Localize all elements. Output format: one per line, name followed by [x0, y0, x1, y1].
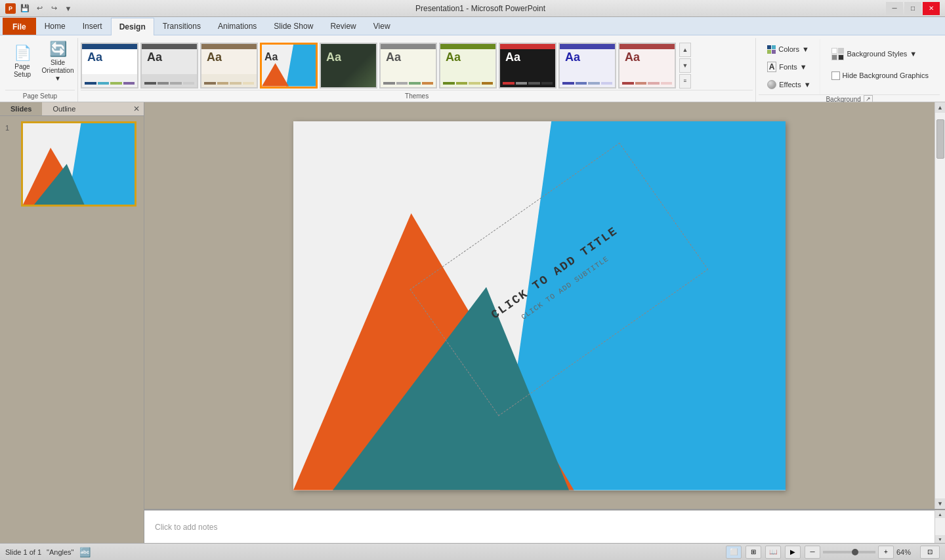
title-bar-left: P 💾 ↩ ↪ ▼ — [5, 2, 75, 15]
canvas-scroll[interactable]: CLICK TO ADD TITLE CLICK TO ADD SUBTITLE — [144, 102, 934, 509]
tab-design[interactable]: Design — [111, 18, 154, 35]
tab-insert[interactable]: Insert — [74, 18, 111, 35]
theme-item-10[interactable]: Aa — [618, 43, 676, 89]
hide-bg-checkbox[interactable] — [831, 71, 840, 80]
title-text[interactable]: CLICK TO ADD TITLE — [489, 224, 620, 322]
reading-view-button[interactable]: 📖 — [765, 546, 781, 559]
slide-panel: Slides Outline ✕ 1 — [0, 102, 144, 543]
panel-close-button[interactable]: ✕ — [129, 102, 144, 115]
ribbon-tabs: File Home Insert Design Transitions Anim… — [0, 17, 945, 35]
notes-area[interactable]: Click to add notes — [144, 510, 934, 543]
notes-scroll-down[interactable]: ▼ — [935, 535, 945, 543]
themes-scroll-up[interactable]: ▲ — [679, 43, 691, 57]
theme-item-9[interactable]: Aa — [558, 43, 616, 89]
theme-item-6[interactable]: Aa — [379, 43, 437, 89]
slide-sorter-button[interactable]: ⊞ — [746, 546, 761, 559]
close-button[interactable]: ✕ — [923, 2, 940, 15]
bg-styles-icon — [831, 48, 845, 60]
right-scrollbar: ▲ ▼ — [934, 102, 945, 509]
themes-more[interactable]: ≡ — [679, 74, 691, 89]
hide-background-graphics-button[interactable]: Hide Background Graphics — [826, 67, 934, 84]
themes-scroll-down[interactable]: ▼ — [679, 58, 691, 73]
tab-file[interactable]: File — [3, 18, 36, 35]
tab-view[interactable]: View — [365, 18, 399, 35]
customize-qa-button[interactable]: ▼ — [62, 2, 75, 15]
fonts-icon: A — [767, 62, 776, 72]
themes-scroll-buttons: ▲ ▼ ≡ — [678, 42, 692, 89]
quick-access-toolbar: 💾 ↩ ↪ ▼ — [18, 2, 75, 15]
slide-orientation-icon: 🔄 — [49, 41, 67, 58]
slide-orientation-label: SlideOrientation ▼ — [42, 59, 74, 83]
normal-view-button[interactable]: ⬜ — [726, 546, 742, 559]
ribbon-content: 📄 PageSetup 🔄 SlideOrientation ▼ Page Se… — [0, 35, 945, 102]
redo-button[interactable]: ↪ — [47, 2, 60, 15]
scroll-down-button[interactable]: ▼ — [935, 498, 945, 509]
minimize-button[interactable]: ─ — [886, 2, 903, 15]
zoom-slider-thumb[interactable] — [852, 549, 858, 555]
slide-canvas[interactable]: CLICK TO ADD TITLE CLICK TO ADD SUBTITLE — [293, 121, 786, 490]
slide-number-1: 1 — [5, 121, 16, 132]
page-setup-button[interactable]: 📄 PageSetup — [5, 41, 39, 83]
bg-styles-label: Background Styles — [847, 50, 908, 58]
background-styles-button[interactable]: Background Styles ▼ — [826, 42, 934, 66]
fit-to-window-button[interactable]: ⊡ — [920, 546, 940, 559]
zoom-level[interactable]: 64% — [896, 548, 916, 556]
zoom-in-button[interactable]: + — [878, 546, 894, 559]
status-bar: Slide 1 of 1 "Angles" 🔤 ⬜ ⊞ 📖 ▶ ─ + 64% … — [0, 543, 945, 560]
notes-scroll-up[interactable]: ▲ — [935, 510, 945, 518]
scroll-thumb[interactable] — [936, 119, 944, 159]
zoom-out-button[interactable]: ─ — [805, 546, 820, 559]
maximize-button[interactable]: □ — [904, 2, 921, 15]
theme-item-7[interactable]: Aa — [439, 43, 497, 89]
colors-label: Colors — [778, 45, 799, 53]
effects-button[interactable]: Effects ▼ — [761, 76, 816, 93]
save-button[interactable]: 💾 — [18, 2, 32, 15]
page-setup-group-label: Page Setup — [5, 90, 75, 102]
scroll-up-button[interactable]: ▲ — [935, 102, 945, 113]
canvas-area: CLICK TO ADD TITLE CLICK TO ADD SUBTITLE — [144, 102, 934, 509]
bg-styles-dropdown-icon: ▼ — [910, 50, 917, 58]
zoom-slider[interactable] — [823, 551, 875, 553]
theme-item-3[interactable]: Aa — [200, 43, 258, 89]
theme-item-office[interactable]: Aa — [81, 43, 138, 89]
tab-slides[interactable]: Slides — [0, 102, 42, 115]
window-controls: ─ □ ✕ — [886, 2, 940, 15]
theme-item-5[interactable]: Aa — [320, 43, 377, 89]
undo-button[interactable]: ↩ — [33, 2, 46, 15]
scroll-track[interactable] — [935, 113, 945, 498]
tab-transitions[interactable]: Transitions — [154, 18, 209, 35]
notes-container: Click to add notes ▲ ▼ — [144, 509, 945, 543]
theme-name-status: "Angles" — [47, 548, 74, 556]
status-left: Slide 1 of 1 "Angles" 🔤 — [5, 547, 721, 557]
status-right: ⬜ ⊞ 📖 ▶ ─ + 64% ⊡ — [726, 546, 940, 559]
slide-info: Slide 1 of 1 — [5, 548, 41, 556]
notes-scrollbar: ▲ ▼ — [934, 510, 945, 543]
tab-outline[interactable]: Outline — [42, 102, 86, 115]
fonts-label: Fonts — [779, 63, 797, 71]
hide-bg-label: Hide Background Graphics — [843, 71, 929, 79]
colors-dropdown-icon: ▼ — [802, 45, 809, 53]
effects-label: Effects — [779, 81, 801, 89]
colors-button[interactable]: Colors ▼ — [761, 41, 816, 58]
theme-item-angles[interactable]: Aa — [260, 43, 318, 89]
colors-swatch — [767, 45, 776, 54]
notes-placeholder: Click to add notes — [155, 523, 217, 532]
slide-thumbnail-1[interactable] — [21, 121, 136, 207]
theme-item-2[interactable]: Aa — [140, 43, 198, 89]
fonts-dropdown-icon: ▼ — [800, 63, 807, 71]
title-bar: P 💾 ↩ ↪ ▼ Presentation1 - Microsoft Powe… — [0, 0, 945, 17]
page-setup-label: PageSetup — [14, 63, 31, 79]
slide-orientation-button[interactable]: 🔄 SlideOrientation ▼ — [41, 41, 75, 83]
tab-review[interactable]: Review — [322, 18, 364, 35]
fonts-button[interactable]: A Fonts ▼ — [761, 58, 816, 75]
tab-slideshow[interactable]: Slide Show — [265, 18, 322, 35]
effects-icon — [767, 80, 776, 89]
slide-list: 1 — [0, 116, 144, 543]
effects-dropdown-icon: ▼ — [804, 81, 811, 89]
themes-group-label: Themes — [81, 90, 753, 102]
theme-item-8[interactable]: Aa — [499, 43, 556, 89]
slide-show-button[interactable]: ▶ — [785, 546, 801, 559]
tab-animations[interactable]: Animations — [209, 18, 265, 35]
spell-check-icon[interactable]: 🔤 — [79, 547, 91, 557]
tab-home[interactable]: Home — [36, 18, 74, 35]
